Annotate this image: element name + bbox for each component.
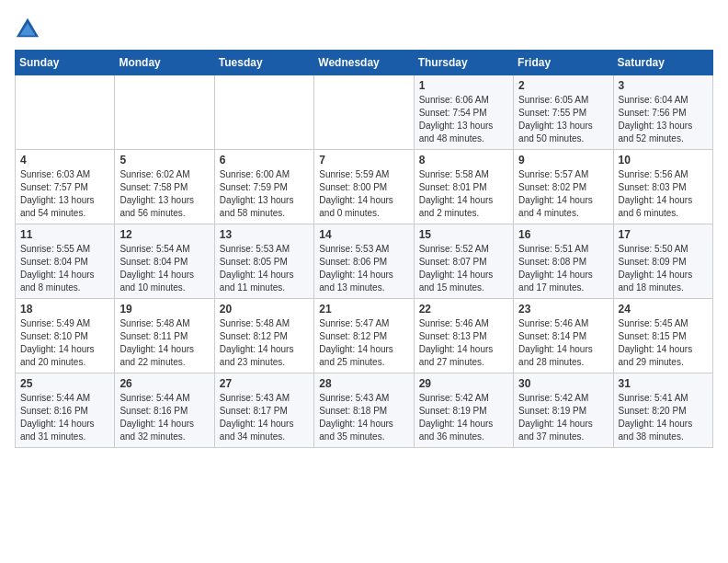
day-info: Sunrise: 5:51 AMSunset: 8:08 PMDaylight:… — [518, 243, 608, 294]
calendar-header-friday: Friday — [514, 51, 613, 75]
day-info: Sunrise: 5:44 AMSunset: 8:16 PMDaylight:… — [119, 392, 209, 443]
day-number: 9 — [518, 154, 608, 167]
calendar-cell: 2Sunrise: 6:05 AMSunset: 7:55 PMDaylight… — [514, 75, 613, 150]
day-info: Sunrise: 5:56 AMSunset: 8:03 PMDaylight:… — [619, 168, 708, 220]
day-info: Sunrise: 5:54 AMSunset: 8:04 PMDaylight:… — [119, 243, 209, 294]
day-info: Sunrise: 5:55 AMSunset: 8:04 PMDaylight:… — [20, 243, 109, 294]
page-header — [15, 15, 713, 40]
day-number: 2 — [518, 79, 608, 92]
day-number: 23 — [518, 303, 608, 316]
calendar-cell: 19Sunrise: 5:48 AMSunset: 8:11 PMDayligh… — [115, 299, 214, 373]
day-info: Sunrise: 5:48 AMSunset: 8:11 PMDaylight:… — [119, 317, 209, 369]
day-info: Sunrise: 6:05 AMSunset: 7:55 PMDaylight:… — [518, 94, 608, 145]
day-number: 20 — [220, 303, 309, 316]
calendar-cell: 18Sunrise: 5:49 AMSunset: 8:10 PMDayligh… — [16, 299, 115, 373]
calendar-cell: 3Sunrise: 6:04 AMSunset: 7:56 PMDaylight… — [613, 75, 712, 150]
calendar-cell: 9Sunrise: 5:57 AMSunset: 8:02 PMDaylight… — [514, 150, 613, 224]
calendar-week-5: 25Sunrise: 5:44 AMSunset: 8:16 PMDayligh… — [16, 373, 713, 448]
calendar-cell: 21Sunrise: 5:47 AMSunset: 8:12 PMDayligh… — [314, 299, 414, 373]
day-number: 27 — [220, 377, 309, 390]
calendar-cell: 22Sunrise: 5:46 AMSunset: 8:13 PMDayligh… — [414, 299, 513, 373]
day-number: 28 — [319, 377, 408, 390]
day-number: 6 — [220, 154, 309, 167]
day-number: 21 — [319, 303, 408, 316]
day-number: 19 — [119, 303, 209, 316]
calendar-cell: 11Sunrise: 5:55 AMSunset: 8:04 PMDayligh… — [16, 224, 115, 299]
calendar-cell: 1Sunrise: 6:06 AMSunset: 7:54 PMDaylight… — [414, 75, 513, 150]
day-number: 24 — [619, 303, 708, 316]
calendar-week-1: 1Sunrise: 6:06 AMSunset: 7:54 PMDaylight… — [16, 75, 713, 150]
calendar-cell: 12Sunrise: 5:54 AMSunset: 8:04 PMDayligh… — [115, 224, 214, 299]
day-info: Sunrise: 6:02 AMSunset: 7:58 PMDaylight:… — [119, 168, 209, 220]
calendar-cell: 23Sunrise: 5:46 AMSunset: 8:14 PMDayligh… — [514, 299, 613, 373]
day-number: 13 — [220, 228, 309, 241]
calendar-cell: 31Sunrise: 5:41 AMSunset: 8:20 PMDayligh… — [613, 373, 712, 448]
calendar-cell: 10Sunrise: 5:56 AMSunset: 8:03 PMDayligh… — [613, 150, 712, 224]
day-info: Sunrise: 5:42 AMSunset: 8:19 PMDaylight:… — [518, 392, 608, 443]
day-number: 11 — [20, 228, 109, 241]
calendar-cell: 14Sunrise: 5:53 AMSunset: 8:06 PMDayligh… — [314, 224, 414, 299]
day-number: 29 — [419, 377, 508, 390]
day-number: 12 — [119, 228, 209, 241]
calendar-cell: 13Sunrise: 5:53 AMSunset: 8:05 PMDayligh… — [214, 224, 313, 299]
calendar-header-monday: Monday — [115, 51, 214, 75]
day-number: 16 — [518, 228, 608, 241]
calendar-cell: 20Sunrise: 5:48 AMSunset: 8:12 PMDayligh… — [214, 299, 313, 373]
day-number: 1 — [419, 79, 508, 92]
calendar-header-tuesday: Tuesday — [214, 51, 313, 75]
day-number: 5 — [119, 154, 209, 167]
calendar-cell: 5Sunrise: 6:02 AMSunset: 7:58 PMDaylight… — [115, 150, 214, 224]
calendar-cell: 7Sunrise: 5:59 AMSunset: 8:00 PMDaylight… — [314, 150, 414, 224]
day-info: Sunrise: 5:58 AMSunset: 8:01 PMDaylight:… — [419, 168, 508, 220]
calendar-header-thursday: Thursday — [414, 51, 513, 75]
day-info: Sunrise: 6:04 AMSunset: 7:56 PMDaylight:… — [619, 94, 708, 145]
calendar-cell: 24Sunrise: 5:45 AMSunset: 8:15 PMDayligh… — [613, 299, 712, 373]
calendar-header-row: SundayMondayTuesdayWednesdayThursdayFrid… — [16, 51, 713, 75]
logo-icon — [15, 15, 40, 40]
day-info: Sunrise: 5:53 AMSunset: 8:06 PMDaylight:… — [319, 243, 408, 294]
day-number: 15 — [419, 228, 508, 241]
day-number: 8 — [419, 154, 508, 167]
calendar-cell: 15Sunrise: 5:52 AMSunset: 8:07 PMDayligh… — [414, 224, 513, 299]
logo — [15, 15, 44, 40]
day-info: Sunrise: 5:49 AMSunset: 8:10 PMDaylight:… — [20, 317, 109, 369]
calendar-table: SundayMondayTuesdayWednesdayThursdayFrid… — [15, 50, 713, 448]
calendar-cell: 25Sunrise: 5:44 AMSunset: 8:16 PMDayligh… — [16, 373, 115, 448]
day-number: 22 — [419, 303, 508, 316]
calendar-cell: 4Sunrise: 6:03 AMSunset: 7:57 PMDaylight… — [16, 150, 115, 224]
day-info: Sunrise: 5:46 AMSunset: 8:13 PMDaylight:… — [419, 317, 508, 369]
calendar-cell: 27Sunrise: 5:43 AMSunset: 8:17 PMDayligh… — [214, 373, 313, 448]
day-info: Sunrise: 6:00 AMSunset: 7:59 PMDaylight:… — [220, 168, 309, 220]
day-info: Sunrise: 5:43 AMSunset: 8:17 PMDaylight:… — [220, 392, 309, 443]
day-number: 25 — [20, 377, 109, 390]
day-info: Sunrise: 5:53 AMSunset: 8:05 PMDaylight:… — [220, 243, 309, 294]
day-number: 7 — [319, 154, 408, 167]
calendar-week-2: 4Sunrise: 6:03 AMSunset: 7:57 PMDaylight… — [16, 150, 713, 224]
calendar-cell: 28Sunrise: 5:43 AMSunset: 8:18 PMDayligh… — [314, 373, 414, 448]
day-number: 26 — [119, 377, 209, 390]
calendar-cell — [214, 75, 313, 150]
day-number: 10 — [619, 154, 708, 167]
day-info: Sunrise: 5:50 AMSunset: 8:09 PMDaylight:… — [619, 243, 708, 294]
calendar-cell — [314, 75, 414, 150]
day-info: Sunrise: 5:59 AMSunset: 8:00 PMDaylight:… — [319, 168, 408, 220]
calendar-header-wednesday: Wednesday — [314, 51, 414, 75]
calendar-cell — [16, 75, 115, 150]
calendar-cell: 6Sunrise: 6:00 AMSunset: 7:59 PMDaylight… — [214, 150, 313, 224]
day-info: Sunrise: 6:03 AMSunset: 7:57 PMDaylight:… — [20, 168, 109, 220]
day-info: Sunrise: 5:42 AMSunset: 8:19 PMDaylight:… — [419, 392, 508, 443]
calendar-cell: 29Sunrise: 5:42 AMSunset: 8:19 PMDayligh… — [414, 373, 513, 448]
calendar-cell: 8Sunrise: 5:58 AMSunset: 8:01 PMDaylight… — [414, 150, 513, 224]
day-info: Sunrise: 5:44 AMSunset: 8:16 PMDaylight:… — [20, 392, 109, 443]
day-number: 4 — [20, 154, 109, 167]
calendar-cell: 16Sunrise: 5:51 AMSunset: 8:08 PMDayligh… — [514, 224, 613, 299]
day-info: Sunrise: 5:52 AMSunset: 8:07 PMDaylight:… — [419, 243, 508, 294]
calendar-week-3: 11Sunrise: 5:55 AMSunset: 8:04 PMDayligh… — [16, 224, 713, 299]
day-info: Sunrise: 5:45 AMSunset: 8:15 PMDaylight:… — [619, 317, 708, 369]
day-info: Sunrise: 5:41 AMSunset: 8:20 PMDaylight:… — [619, 392, 708, 443]
calendar-cell: 17Sunrise: 5:50 AMSunset: 8:09 PMDayligh… — [613, 224, 712, 299]
calendar-cell: 30Sunrise: 5:42 AMSunset: 8:19 PMDayligh… — [514, 373, 613, 448]
day-number: 3 — [619, 79, 708, 92]
day-number: 14 — [319, 228, 408, 241]
day-number: 18 — [20, 303, 109, 316]
